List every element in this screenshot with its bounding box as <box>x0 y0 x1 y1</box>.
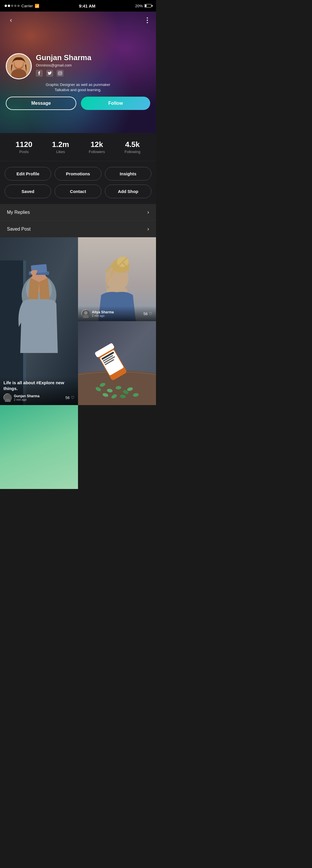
author-info-left: Gunjan Sharma 2 min ago <box>14 394 40 401</box>
status-bar: Carrier 📶 9:41 AM 20% <box>0 0 156 11</box>
post-time-right-top: 2 min ago <box>92 314 114 317</box>
stat-followers-label: Followers <box>89 150 105 154</box>
signal-dot-5 <box>18 5 20 7</box>
signal-indicator <box>5 5 20 7</box>
status-left: Carrier 📶 <box>5 4 39 8</box>
message-button[interactable]: Message <box>6 97 76 110</box>
svg-rect-4 <box>58 71 62 75</box>
profile-info: Gunjan Sharma Omninos@gmail.com Graphic … <box>6 53 150 110</box>
stat-posts-number: 1120 <box>15 140 32 149</box>
avatar-image <box>7 54 31 79</box>
stat-likes: 1.2m Likes <box>52 140 69 154</box>
stat-likes-number: 1.2m <box>52 140 69 149</box>
menu-section: My Replies › Saved Post › <box>0 204 156 237</box>
post-footer-left: Life is all about #Explore new things. G… <box>0 376 78 405</box>
navigation-bar: ‹ <box>0 11 156 29</box>
more-dot-2 <box>147 20 148 21</box>
edit-profile-button[interactable]: Edit Profile <box>5 167 51 181</box>
twitter-icon[interactable] <box>46 70 53 77</box>
battery-indicator <box>144 4 151 7</box>
back-button[interactable]: ‹ <box>6 15 16 26</box>
my-replies-arrow: › <box>147 209 149 215</box>
author-name-left: Gunjan Sharma <box>14 394 40 398</box>
posts-grid: Life is all about #Explore new things. G… <box>0 237 156 489</box>
signal-dot-1 <box>5 5 7 7</box>
status-right: 20% <box>135 4 151 8</box>
profile-text: Gunjan Sharma Omninos@gmail.com <box>36 53 91 77</box>
my-replies-label: My Replies <box>7 210 30 215</box>
heart-icon-left[interactable]: ♡ <box>71 395 74 400</box>
action-buttons: Message Follow <box>6 97 150 110</box>
signal-dot-2 <box>8 5 10 7</box>
author-avatar-right-top <box>81 310 90 318</box>
post-card-left: Life is all about #Explore new things. G… <box>0 237 78 405</box>
more-options-button[interactable] <box>144 15 150 26</box>
stat-followers: 12k Followers <box>89 140 105 154</box>
post-caption-left: Life is all about #Explore new things. <box>3 380 74 391</box>
saved-post-menu-item[interactable]: Saved Post › <box>0 221 156 237</box>
instagram-icon[interactable] <box>57 70 64 77</box>
post-card-green <box>0 405 78 489</box>
profile-email: Omninos@gmail.com <box>36 63 91 67</box>
facebook-icon[interactable] <box>36 70 43 77</box>
like-count-right-top: 56 <box>144 312 148 316</box>
post-card-right-top: Aliya Sharma 2 min ago 56 ♡ <box>78 237 156 321</box>
battery-body <box>144 4 151 7</box>
stat-following: 4.5k Following <box>125 140 140 154</box>
stat-posts: 1120 Posts <box>15 140 32 154</box>
action-row-1: Edit Profile Promotions Insights <box>5 167 151 181</box>
follow-button[interactable]: Follow <box>81 97 150 110</box>
post-likes-left: 56 ♡ <box>66 395 74 400</box>
bio-line-2: Talkative and good learning. <box>55 88 101 92</box>
stat-likes-label: Likes <box>52 150 69 154</box>
saved-post-arrow: › <box>147 226 149 232</box>
profile-name: Gunjan Sharma <box>36 53 91 62</box>
profile-top: Gunjan Sharma Omninos@gmail.com <box>6 53 150 79</box>
post-footer-right-top: Aliya Sharma 2 min ago 56 ♡ <box>78 306 156 321</box>
stat-followers-number: 12k <box>89 140 105 149</box>
status-time: 9:41 AM <box>79 3 95 8</box>
post-meta-right-top: Aliya Sharma 2 min ago 56 ♡ <box>81 310 152 318</box>
stat-following-label: Following <box>125 150 140 154</box>
cover-section: ‹ <box>0 11 156 133</box>
more-dot-1 <box>147 18 148 19</box>
avatar <box>6 53 32 79</box>
contact-button[interactable]: Contact <box>55 185 101 198</box>
svg-point-2 <box>11 69 26 79</box>
saved-post-label: Saved Post <box>7 226 31 232</box>
my-replies-menu-item[interactable]: My Replies › <box>0 204 156 221</box>
svg-point-5 <box>59 72 61 74</box>
green-section <box>0 405 78 489</box>
signal-dot-3 <box>11 5 13 7</box>
author-avatar-left <box>3 394 11 402</box>
wifi-icon: 📶 <box>35 4 39 8</box>
action-row-2: Saved Contact Add Shop <box>5 185 151 198</box>
action-grid: Edit Profile Promotions Insights Saved C… <box>0 161 156 204</box>
insights-button[interactable]: Insights <box>105 167 151 181</box>
carrier-label: Carrier <box>22 4 33 8</box>
svg-point-23 <box>84 311 88 314</box>
author-name-right-top: Aliya Sharma <box>92 310 114 314</box>
post-author-left: Gunjan Sharma 2 min ago <box>3 394 40 402</box>
add-shop-button[interactable]: Add Shop <box>105 185 151 198</box>
battery-fill <box>145 5 146 7</box>
post-meta-left: Gunjan Sharma 2 min ago 56 ♡ <box>3 394 74 402</box>
battery-percent: 20% <box>135 4 143 8</box>
svg-point-6 <box>61 72 62 72</box>
signal-dot-4 <box>14 5 16 7</box>
stat-posts-label: Posts <box>15 150 32 154</box>
heart-icon-right-top[interactable]: ♡ <box>149 311 152 316</box>
stat-following-number: 4.5k <box>125 140 140 149</box>
stats-section: 1120 Posts 1.2m Likes 12k Followers 4.5k… <box>0 133 156 161</box>
social-icons <box>36 70 91 77</box>
more-dot-3 <box>147 22 148 23</box>
saved-button[interactable]: Saved <box>5 185 51 198</box>
author-info-right-top: Aliya Sharma 2 min ago <box>92 310 114 317</box>
post-card-right-bottom <box>78 321 156 405</box>
like-count-left: 56 <box>66 396 70 400</box>
promotions-button[interactable]: Promotions <box>55 167 101 181</box>
post-likes-right-top: 56 ♡ <box>144 311 152 316</box>
post-time-left: 2 min ago <box>14 398 40 401</box>
post-author-right-top: Aliya Sharma 2 min ago <box>81 310 114 318</box>
profile-bio: Graphic Designer as well as punmaker Tal… <box>6 82 150 93</box>
